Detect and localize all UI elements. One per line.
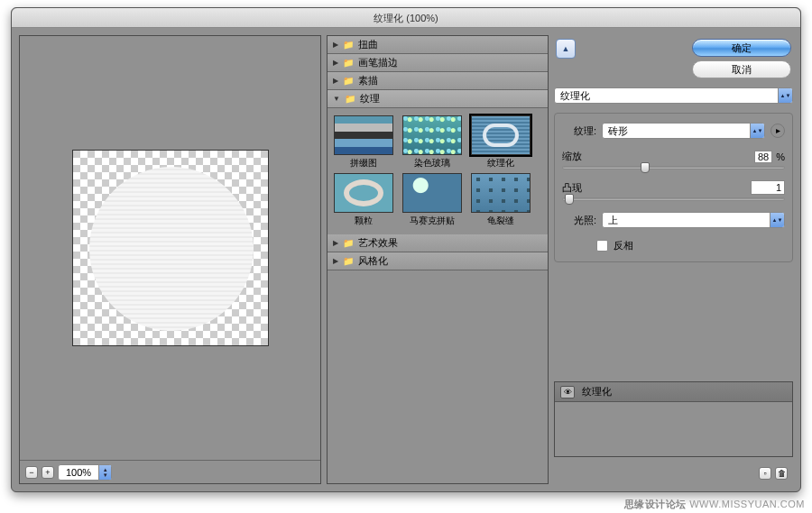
disclosure-right-icon: ▶ bbox=[333, 59, 338, 67]
content-area: − + 100% ▲▼ ▶📁扭曲 ▶📁画笔描边 ▶📁素描 ▼📁纹理 拼缀图 染色… bbox=[12, 28, 800, 491]
thumb-label: 颗粒 bbox=[355, 215, 373, 227]
filter-select[interactable]: 纹理化 ▲▼ bbox=[554, 87, 793, 104]
slider-thumb[interactable] bbox=[565, 194, 574, 205]
texture-menu-button[interactable]: ▸ bbox=[770, 124, 785, 138]
category-label: 风格化 bbox=[358, 254, 388, 268]
filter-params: 纹理: 砖形 ▲▼ ▸ 缩放 88% 凸现 bbox=[554, 113, 793, 262]
dropdown-arrows-icon: ▲▼ bbox=[770, 213, 784, 227]
thumb-patchwork[interactable]: 拼缀图 bbox=[331, 115, 396, 169]
layer-buttons: ▫ 🗑 bbox=[554, 463, 793, 484]
disclosure-down-icon: ▼ bbox=[333, 95, 340, 103]
texture-value: 砖形 bbox=[603, 124, 750, 138]
thumb-image bbox=[471, 115, 531, 155]
thumbnail-grid: 拼缀图 染色玻璃 纹理化 颗粒 马赛克拼贴 龟裂缝 bbox=[328, 108, 548, 234]
relief-input[interactable]: 1 bbox=[751, 180, 785, 195]
folder-icon: 📁 bbox=[343, 40, 354, 50]
watermark: 思缘设计论坛 WWW.MISSYUAN.COM bbox=[624, 498, 805, 511]
light-row: 光照: 上 ▲▼ bbox=[562, 212, 785, 228]
preview-panel: − + 100% ▲▼ bbox=[19, 35, 321, 484]
disclosure-right-icon: ▶ bbox=[333, 239, 338, 247]
dropdown-arrows-icon: ▲▼ bbox=[750, 124, 764, 138]
zoom-stepper-icon[interactable]: ▲▼ bbox=[98, 465, 111, 480]
filter-gallery-window: 纹理化 (100%) − + 100% ▲▼ ▶📁扭曲 ▶📁画笔描边 ▶📁素 bbox=[11, 7, 801, 492]
cancel-button[interactable]: 取消 bbox=[692, 60, 791, 78]
category-label: 纹理 bbox=[360, 92, 380, 105]
light-select[interactable]: 上 ▲▼ bbox=[602, 212, 785, 228]
ok-button[interactable]: 确定 bbox=[692, 39, 791, 57]
folder-icon: 📁 bbox=[343, 58, 354, 68]
thumb-image bbox=[471, 173, 531, 213]
category-label: 艺术效果 bbox=[358, 236, 398, 250]
category-distort[interactable]: ▶📁扭曲 bbox=[328, 36, 548, 54]
thumb-image bbox=[334, 115, 393, 155]
thumb-label: 马赛克拼贴 bbox=[410, 215, 455, 227]
relief-slider[interactable] bbox=[562, 197, 785, 201]
invert-checkbox[interactable] bbox=[596, 240, 608, 252]
disclosure-right-icon: ▶ bbox=[333, 257, 338, 265]
thumb-label: 龟裂缝 bbox=[487, 215, 514, 227]
scale-row: 缩放 88% bbox=[562, 150, 785, 169]
relief-label: 凸现 bbox=[562, 181, 582, 195]
folder-icon: 📁 bbox=[343, 256, 354, 266]
category-label: 扭曲 bbox=[358, 38, 378, 51]
preview-canvas bbox=[72, 150, 269, 346]
folder-icon: 📁 bbox=[343, 238, 354, 248]
settings-panel: ▲ 确定 取消 纹理化 ▲▼ 纹理: 砖形 ▲▼ ▸ bbox=[554, 35, 793, 484]
zoom-value: 100% bbox=[59, 467, 98, 478]
window-title: 纹理化 (100%) bbox=[12, 8, 800, 28]
relief-row: 凸现 1 bbox=[562, 180, 785, 201]
watermark-en: WWW.MISSYUAN.COM bbox=[689, 499, 805, 509]
preview-controls: − + 100% ▲▼ bbox=[20, 460, 320, 483]
scale-label: 缩放 bbox=[562, 150, 582, 163]
category-artistic[interactable]: ▶📁艺术效果 bbox=[328, 234, 548, 252]
watermark-cn: 思缘设计论坛 bbox=[624, 499, 687, 509]
filter-categories-panel: ▶📁扭曲 ▶📁画笔描边 ▶📁素描 ▼📁纹理 拼缀图 染色玻璃 纹理化 颗粒 马赛… bbox=[327, 35, 549, 484]
filter-select-value: 纹理化 bbox=[555, 89, 778, 103]
delete-effect-layer-button[interactable]: 🗑 bbox=[775, 467, 788, 480]
thumb-image bbox=[402, 115, 462, 155]
zoom-in-button[interactable]: + bbox=[42, 466, 54, 479]
light-value: 上 bbox=[603, 214, 770, 227]
effect-layers-panel: 👁 纹理化 bbox=[554, 381, 793, 457]
thumb-label: 染色玻璃 bbox=[414, 157, 450, 169]
invert-row: 反相 bbox=[596, 239, 785, 252]
preview-image bbox=[89, 167, 254, 331]
category-texture[interactable]: ▼📁纹理 bbox=[328, 90, 548, 108]
category-brushstrokes[interactable]: ▶📁画笔描边 bbox=[328, 54, 548, 72]
zoom-level-field[interactable]: 100% ▲▼ bbox=[58, 464, 112, 481]
thumb-craquelure[interactable]: 龟裂缝 bbox=[468, 173, 533, 227]
zoom-out-button[interactable]: − bbox=[25, 466, 38, 479]
thumb-image bbox=[334, 173, 393, 213]
category-sketch[interactable]: ▶📁素描 bbox=[328, 72, 548, 90]
scale-slider[interactable] bbox=[562, 166, 785, 169]
thumb-label: 拼缀图 bbox=[350, 157, 377, 169]
dialog-buttons: ▲ 确定 取消 bbox=[554, 35, 793, 82]
scale-unit: % bbox=[776, 151, 785, 162]
collapse-gallery-button[interactable]: ▲ bbox=[556, 39, 576, 59]
invert-label: 反相 bbox=[614, 239, 633, 252]
visibility-toggle[interactable]: 👁 bbox=[560, 386, 575, 398]
thumb-image bbox=[402, 173, 462, 213]
thumb-texturizer[interactable]: 纹理化 bbox=[468, 115, 533, 169]
texture-row: 纹理: 砖形 ▲▼ ▸ bbox=[562, 123, 785, 139]
thumb-label: 纹理化 bbox=[487, 157, 514, 169]
texture-select[interactable]: 砖形 ▲▼ bbox=[602, 123, 765, 139]
category-label: 素描 bbox=[358, 74, 378, 87]
slider-thumb[interactable] bbox=[641, 162, 650, 173]
light-label: 光照: bbox=[562, 214, 596, 227]
thumb-stained-glass[interactable]: 染色玻璃 bbox=[400, 115, 465, 169]
thumb-grain[interactable]: 颗粒 bbox=[331, 173, 396, 227]
folder-icon: 📁 bbox=[345, 94, 355, 104]
scale-input[interactable]: 88 bbox=[754, 151, 772, 163]
preview-area bbox=[20, 36, 320, 460]
effect-layer-label: 纹理化 bbox=[582, 385, 612, 398]
dropdown-arrows-icon: ▲▼ bbox=[778, 88, 792, 103]
effect-layer-item[interactable]: 👁 纹理化 bbox=[555, 382, 792, 402]
new-effect-layer-button[interactable]: ▫ bbox=[759, 467, 771, 480]
texture-label: 纹理: bbox=[562, 124, 596, 138]
folder-icon: 📁 bbox=[343, 76, 354, 86]
thumb-mosaic[interactable]: 马赛克拼贴 bbox=[400, 173, 465, 227]
disclosure-right-icon: ▶ bbox=[333, 77, 338, 85]
category-stylize[interactable]: ▶📁风格化 bbox=[328, 252, 548, 270]
category-label: 画笔描边 bbox=[358, 56, 398, 69]
